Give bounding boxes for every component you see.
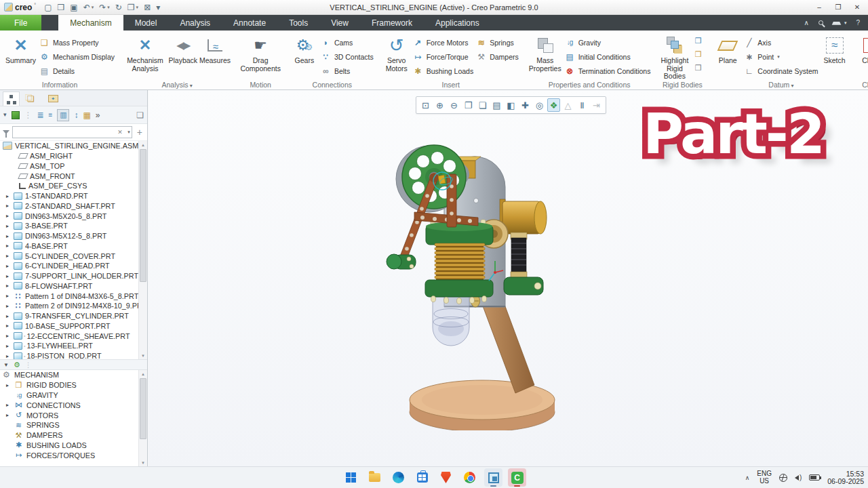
add-filter-icon[interactable]: + xyxy=(135,127,144,138)
expand-arrow-icon[interactable]: ▸ xyxy=(4,233,11,239)
rigid-body-tool-button[interactable] xyxy=(692,49,705,60)
expand-arrow-icon[interactable]: ▸ xyxy=(4,412,11,418)
annotation-display-icon[interactable]: ◎ xyxy=(533,98,546,112)
pause-icon[interactable]: Ⅱ xyxy=(576,98,589,112)
tree-item[interactable]: ▸ ▫ 1-STANDARD.PRT xyxy=(0,191,138,201)
tree-item[interactable]: ▸ ▫ 7-SUPPORT_LINK_HOLDER.PRT xyxy=(0,271,138,281)
expand-arrow-icon[interactable]: ▸ xyxy=(4,293,11,299)
step-icon[interactable]: ⇥ xyxy=(590,98,603,112)
termination-conditions-button[interactable]: Termination Conditions xyxy=(564,64,652,78)
playback-button[interactable]: Playback xyxy=(167,33,199,66)
mass-properties-button[interactable]: Mass Properties xyxy=(527,33,564,74)
plane-button[interactable]: Plane xyxy=(713,33,743,66)
column-settings-icon[interactable]: ▦ xyxy=(83,111,90,119)
mechanism-display-icon[interactable]: ❖ xyxy=(547,98,560,112)
force-torque-button[interactable]: Force/Torque xyxy=(412,49,475,64)
ribbon-tab[interactable]: Annotate xyxy=(222,15,277,30)
initial-conditions-button[interactable]: Initial Conditions xyxy=(564,49,652,64)
tree-item[interactable]: ▸ ▫ ASM_DEF_CSYS xyxy=(0,181,138,191)
clock[interactable]: 15:53 06-09-2025 xyxy=(827,470,864,485)
tree-item[interactable]: ▸ ▫ 2-STANDARD_SHAFT.PRT xyxy=(0,201,138,211)
expand-arrow-icon[interactable]: ▸ xyxy=(4,313,11,319)
minimize-button[interactable]: – xyxy=(811,1,827,14)
mechanism-tree-item[interactable]: ▸ MOTORS xyxy=(0,410,138,420)
learning-caret-icon[interactable]: ▾ xyxy=(844,20,847,26)
expand-arrow-icon[interactable]: ▸ xyxy=(4,203,11,209)
save-icon[interactable]: ▣ xyxy=(67,1,80,14)
customize-toolbar-icon[interactable]: ▾ xyxy=(153,1,163,14)
tree-expand-icon[interactable]: ▾ xyxy=(3,112,7,118)
tree-item[interactable]: ▸ ▫ Pattern 1 of DIN84-M3X6-5_8.PRT xyxy=(0,291,138,301)
funnel-icon[interactable] xyxy=(3,130,9,134)
bushing-loads-button[interactable]: Bushing Loads xyxy=(412,64,475,78)
expand-arrow-icon[interactable]: ▸ xyxy=(4,253,11,259)
gravity-button[interactable]: Gravity xyxy=(564,35,652,49)
splitter-collapse-icon[interactable]: ▼ xyxy=(3,362,9,368)
expand-arrow-icon[interactable]: ▸ xyxy=(4,343,11,349)
scroll-up-icon[interactable]: ▲ xyxy=(139,370,147,378)
tree-item[interactable]: ▸ ▫ 12-ECCENTRIC_SHEAVE.PRT xyxy=(0,331,138,341)
network-icon[interactable] xyxy=(779,474,787,482)
list-view-icon[interactable]: ≣ xyxy=(37,111,44,119)
tree-item[interactable]: ▸ ▫ Pattern 2 of DIN912-M4X8-10_9.PRT xyxy=(0,301,138,311)
search-icon[interactable] xyxy=(818,20,823,25)
expand-arrow-icon[interactable]: ▸ xyxy=(4,333,11,339)
3d-contacts-button[interactable]: 3D Contacts xyxy=(319,49,375,64)
warnings-icon[interactable]: △ xyxy=(561,98,574,112)
ribbon-tab[interactable]: Mechanism xyxy=(58,15,123,30)
favorites-tab[interactable]: ✦ xyxy=(42,92,64,106)
ribbon-tab[interactable]: Model xyxy=(123,15,169,30)
restore-button[interactable]: ❐ xyxy=(830,1,846,14)
mechanism-tree-item[interactable]: ▸ MECHANISM xyxy=(0,370,138,380)
wooden-base[interactable] xyxy=(410,380,555,430)
stirling-engine-model[interactable] xyxy=(376,132,580,430)
collapse-ribbon-icon[interactable]: ∧ xyxy=(804,19,809,26)
language-indicator[interactable]: ENG US xyxy=(757,470,772,485)
model-tree-scrollbar[interactable]: ▲ ▼ xyxy=(138,141,147,359)
mechanism-display-button[interactable]: Mechanism Display xyxy=(38,49,116,64)
tree-columns-icon[interactable]: ▥ xyxy=(57,109,69,121)
file-explorer-button[interactable] xyxy=(366,468,384,487)
details-button[interactable]: Details xyxy=(38,64,116,78)
tree-item[interactable]: ▸ ▫ ASM_FRONT xyxy=(0,171,138,181)
close-button[interactable]: ✕ xyxy=(849,1,865,14)
scrollbar-thumb[interactable] xyxy=(140,378,146,439)
zoom-region-icon[interactable]: ⊡ xyxy=(419,98,432,112)
chrome-button[interactable] xyxy=(460,468,479,487)
axis-button[interactable]: Axis xyxy=(743,35,819,49)
camtasia-button[interactable]: C xyxy=(508,468,526,487)
battery-icon[interactable] xyxy=(809,474,820,481)
tree-item[interactable]: ▸ ▫ 6-CYLINDER_HEAD.PRT xyxy=(0,261,138,271)
ribbon-tab[interactable]: File xyxy=(0,15,41,30)
mechanism-tree-item[interactable]: ▸ SPRINGS xyxy=(0,420,138,430)
folder-browser-tab[interactable]: ❏ xyxy=(21,92,41,106)
tree-filter-icon[interactable]: ↕ xyxy=(74,111,78,119)
tree-item[interactable]: ▸ ▫ 18-PISTON_ROD.PRT xyxy=(0,351,138,359)
tree-item[interactable]: ▸ ▫ 10-BASE_SUPPORT.PRT xyxy=(0,321,138,331)
tree-item[interactable]: ▸ ▫ 3-BASE.PRT xyxy=(0,221,138,231)
point-button[interactable]: Point▾ xyxy=(743,49,819,64)
section-view-icon[interactable]: ◧ xyxy=(505,98,517,112)
belts-button[interactable]: Belts xyxy=(319,64,375,78)
tree-item[interactable]: ▸ ▫ ASM_TOP xyxy=(0,161,138,171)
filter-dropdown-icon[interactable]: ▾ xyxy=(127,129,130,135)
dampers-button[interactable]: Dampers xyxy=(475,49,520,64)
expand-arrow-icon[interactable]: ▸ xyxy=(4,273,11,279)
scroll-down-icon[interactable]: ▼ xyxy=(139,352,147,359)
microsoft-store-button[interactable] xyxy=(413,468,431,487)
glass-cylinder[interactable] xyxy=(433,297,469,346)
tree-item[interactable]: ▸ ▫ 9-TRANSFER_CYLINDER.PRT xyxy=(0,311,138,321)
springs-button[interactable]: Springs xyxy=(475,35,520,49)
display-style-icon[interactable]: ▤ xyxy=(490,98,503,112)
help-icon[interactable]: ? xyxy=(856,19,860,26)
redo-icon[interactable]: ↷ xyxy=(96,1,113,14)
cooling-fins[interactable] xyxy=(435,243,485,281)
lower-bracket[interactable] xyxy=(504,277,543,295)
more-tools-icon[interactable]: » xyxy=(96,111,100,119)
tree-item[interactable]: ▸ ▫ DIN963-M5X20-5_8.PRT xyxy=(0,211,138,221)
mechanism-tree-item[interactable]: ▸ BUSHING LOADS xyxy=(0,441,138,451)
volume-icon[interactable] xyxy=(795,474,802,481)
expand-arrow-icon[interactable]: ▸ xyxy=(4,283,11,289)
pane-splitter[interactable]: ▼ ⚙ ⋮ xyxy=(0,359,147,370)
ribbon-tab[interactable]: View xyxy=(319,15,360,30)
